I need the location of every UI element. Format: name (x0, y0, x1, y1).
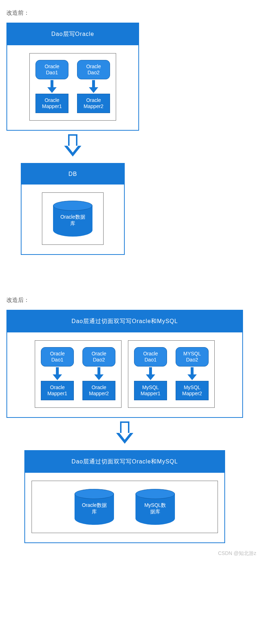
after-l-mapper1: OracleMapper1 (41, 381, 74, 400)
after-dao-box: Dao层通过切面双写写Oracle和MySQL OracleDao1 Oracl… (6, 310, 243, 418)
oracle-mapper1: OracleMapper1 (35, 94, 68, 113)
oracle-db-cylinder: Oracle数据库 (53, 201, 92, 237)
arrow-down-icon (90, 80, 97, 93)
oracle-db-cylinder2: Oracle数据库 (75, 489, 114, 525)
after-dao-title: Dao层通过切面双写写Oracle和MySQL (7, 311, 242, 332)
large-arrow-down-icon (64, 134, 81, 158)
after-db-title: Dao层通过切面双写写Oracle和MySQL (25, 451, 224, 473)
before-dao-title: Dao层写Oracle (7, 23, 138, 45)
after-l-dao2: OracleDao2 (82, 347, 115, 367)
arrow-down-icon (147, 367, 154, 380)
before-col-2: OracleDao2 OracleMapper2 (77, 60, 110, 113)
after-l-mapper2: OracleMapper2 (82, 381, 115, 400)
before-db-box: DB Oracle数据库 (21, 163, 125, 255)
after-r-dao2: MYSQLDao2 (176, 347, 209, 367)
after-l-dao1: OracleDao1 (41, 347, 74, 367)
after-left-panel: OracleDao1 OracleMapper1 OracleDao2 Orac… (35, 340, 122, 408)
after-right-panel: OracleDao1 MySQLMapper1 MYSQLDao2 MySQLM… (128, 340, 215, 408)
oracle-dao2: OracleDao2 (77, 60, 110, 79)
large-arrow-down-icon (116, 421, 133, 445)
after-db-box: Dao层通过切面双写写Oracle和MySQL Oracle数据库 MySQL数… (24, 450, 225, 543)
oracle-dao1: OracleDao1 (35, 60, 68, 79)
watermark: CSDN @知北游z (4, 550, 258, 557)
arrow-down-icon (53, 367, 61, 380)
after-r-mapper1: MySQLMapper1 (134, 381, 167, 400)
after-r-mapper2: MySQLMapper2 (176, 381, 209, 400)
arrow-down-icon (95, 367, 103, 380)
arrow-down-icon (188, 367, 196, 380)
label-after: 改造后： (6, 297, 258, 304)
before-col-1: OracleDao1 OracleMapper1 (35, 60, 68, 113)
oracle-mapper2: OracleMapper2 (77, 94, 110, 113)
before-inner-panel: OracleDao1 OracleMapper1 OracleDao2 Orac… (29, 53, 116, 121)
mysql-db-cylinder: MySQL数据库 (135, 489, 175, 525)
label-before: 改造前： (6, 9, 258, 17)
after-r-dao1: OracleDao1 (134, 347, 167, 367)
before-dao-box: Dao层写Oracle OracleDao1 OracleMapper1 Ora… (6, 23, 139, 131)
before-db-title: DB (22, 164, 124, 185)
arrow-down-icon (48, 80, 56, 93)
